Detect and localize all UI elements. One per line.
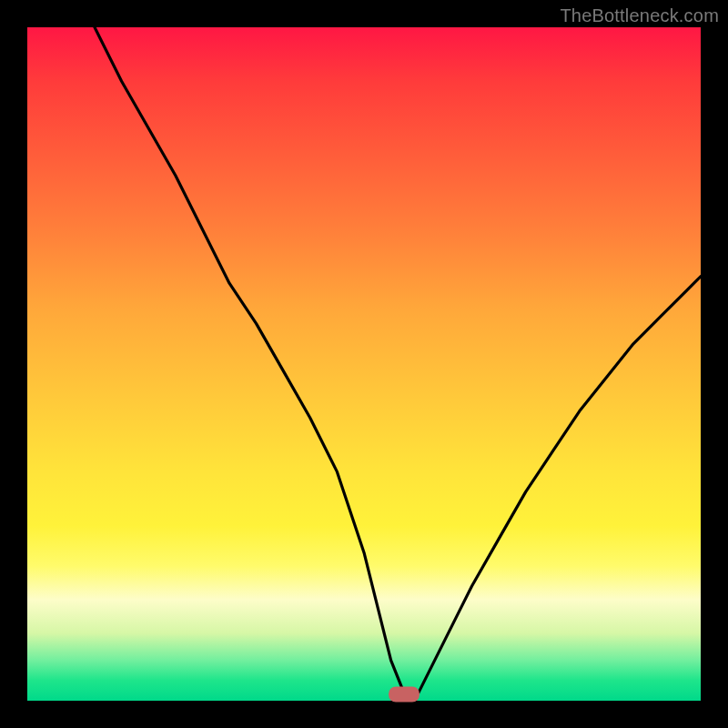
- optimal-point-marker: [389, 686, 420, 702]
- chart-frame: TheBottleneck.com: [0, 0, 728, 728]
- watermark-text: TheBottleneck.com: [560, 5, 719, 26]
- chart-plot-area: [27, 27, 701, 701]
- bottleneck-curve: [95, 27, 701, 694]
- curve-layer: [27, 27, 701, 701]
